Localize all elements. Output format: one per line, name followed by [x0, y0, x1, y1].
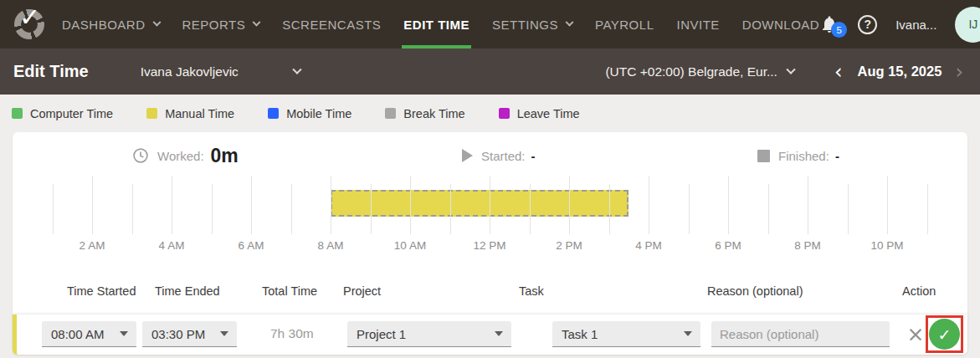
dropdown-arrow-icon [684, 331, 692, 336]
date-label[interactable]: Aug 15, 2025 [858, 64, 942, 79]
cancel-entry-button[interactable]: × [903, 321, 928, 347]
timeline-tick [291, 184, 292, 234]
timeline-tick [490, 176, 490, 234]
finished-value: - [835, 149, 839, 163]
leave-time-swatch [499, 108, 510, 119]
nav-settings[interactable]: SETTINGS [492, 0, 572, 49]
legend-mobile-time: Mobile Time [268, 107, 351, 120]
task-select[interactable]: Task 1 [552, 321, 700, 347]
avatar[interactable]: IJ [955, 7, 980, 43]
day-detail-panel: Worked: 0m Started: - Finished: - 2 AM4 … [13, 132, 967, 355]
stop-icon [757, 150, 770, 162]
started-summary: Started: - [462, 143, 536, 168]
app-logo-icon[interactable]: ✓ [13, 8, 45, 40]
timeline-tick [92, 176, 93, 234]
timeline-tick [609, 184, 610, 234]
nav-payroll-label: PAYROLL [595, 18, 654, 32]
nav-invite-label: INVITE [676, 18, 719, 32]
time-type-legend: Computer Time Manual Time Mobile Time Br… [0, 95, 980, 132]
check-icon: ✓ [938, 325, 952, 344]
timeline-tick [251, 176, 252, 234]
logo-check-icon: ✓ [19, 3, 40, 32]
task-value: Task 1 [562, 327, 598, 341]
legend-label: Computer Time [30, 107, 113, 120]
dropdown-arrow-icon [220, 331, 228, 336]
save-entry-button[interactable]: ✓ [929, 319, 960, 350]
timeline-tick [927, 184, 928, 234]
timezone-value: (UTC +02:00) Belgrade, Eur... [605, 64, 777, 79]
nav-payroll[interactable]: PAYROLL [595, 0, 654, 49]
header-task: Task [519, 284, 544, 298]
legend-computer-time: Computer Time [12, 107, 113, 120]
time-started-select[interactable]: 08:00 AM [42, 321, 136, 347]
prev-day-button[interactable]: ‹ [829, 62, 848, 82]
entries-table-header: Time Started Time Ended Total Time Proje… [13, 284, 967, 299]
started-value: - [531, 149, 536, 163]
user-selector[interactable]: Ivana Jakovljevic [141, 64, 300, 79]
worked-label: Worked: [157, 149, 204, 163]
timeline-hour-label: 4 AM [159, 239, 185, 252]
timeline-tick [212, 184, 213, 234]
main-nav: DASHBOARD REPORTS SCREENCASTS EDIT TIME … [62, 0, 819, 49]
timeline-tick [689, 184, 690, 234]
nav-user-menu[interactable]: Ivana... [895, 18, 936, 32]
nav-invite[interactable]: INVITE [676, 0, 719, 49]
timeline-tick [450, 184, 451, 234]
notifications-button[interactable]: 5 [819, 14, 839, 34]
time-ended-value: 03:30 PM [151, 327, 205, 341]
timeline-tick [410, 176, 411, 234]
timeline-hour-label: 6 AM [239, 239, 264, 252]
close-icon: × [907, 322, 925, 346]
timeline-tick [53, 184, 54, 234]
next-day-button[interactable]: › [950, 62, 968, 82]
chevron-down-icon [566, 18, 574, 26]
nav-reports-label: REPORTS [182, 18, 246, 32]
notification-badge: 5 [831, 22, 847, 38]
timeline-hour-label: 12 PM [473, 239, 505, 252]
nav-reports[interactable]: REPORTS [182, 0, 260, 49]
nav-settings-label: SETTINGS [492, 18, 558, 32]
legend-label: Break Time [403, 107, 464, 120]
manual-time-swatch [146, 108, 157, 119]
nav-edit-time[interactable]: EDIT TIME [403, 0, 469, 49]
timeline-tick [371, 184, 372, 234]
reason-input[interactable] [711, 321, 890, 347]
time-started-value: 08:00 AM [51, 327, 104, 341]
timezone-selector[interactable]: (UTC +02:00) Belgrade, Eur... [605, 64, 793, 79]
break-time-swatch [385, 108, 396, 119]
subheader-right: (UTC +02:00) Belgrade, Eur... ‹ Aug 15, … [605, 62, 968, 82]
finished-summary: Finished: - [757, 143, 839, 168]
timeline-tick [530, 184, 531, 234]
timeline-hour-label: 8 PM [794, 239, 821, 252]
top-nav-bar: ✓ DASHBOARD REPORTS SCREENCASTS EDIT TIM… [0, 0, 980, 49]
chevron-down-icon [786, 64, 795, 74]
timeline: 2 AM4 AM6 AM8 AM10 AM12 PM2 PM4 PM6 PM8 … [13, 176, 967, 255]
nav-screencasts[interactable]: SCREENCASTS [282, 0, 381, 49]
nav-dashboard[interactable]: DASHBOARD [62, 0, 160, 49]
nav-dashboard-label: DASHBOARD [62, 18, 146, 32]
timeline-tick [808, 176, 808, 234]
timeline-hour-label: 10 PM [870, 239, 903, 252]
legend-break-time: Break Time [385, 107, 464, 120]
timeline-tick [331, 176, 331, 234]
project-select[interactable]: Project 1 [347, 321, 511, 347]
timeline-hour-label: 4 PM [635, 239, 662, 252]
chevron-down-icon [292, 64, 301, 74]
legend-label: Manual Time [165, 107, 234, 120]
header-project: Project [343, 284, 381, 298]
mobile-time-swatch [268, 108, 279, 119]
timeline-hour-label: 2 PM [556, 239, 582, 252]
finished-label: Finished: [778, 149, 829, 163]
manual-time-bar[interactable] [331, 190, 629, 217]
help-button[interactable]: ? [858, 15, 877, 34]
action-highlight-box: ✓ [926, 315, 963, 353]
user-selector-value: Ivana Jakovljevic [141, 64, 239, 79]
timeline-hour-label: 6 PM [715, 239, 741, 252]
clock-icon [132, 147, 149, 164]
question-mark-icon: ? [864, 18, 871, 31]
time-ended-select[interactable]: 03:30 PM [142, 321, 237, 347]
timeline-tick [848, 184, 849, 234]
timeline-tick [887, 176, 888, 234]
nav-download[interactable]: DOWNLOAD [742, 0, 819, 49]
timeline-hour-label: 2 AM [80, 239, 105, 252]
